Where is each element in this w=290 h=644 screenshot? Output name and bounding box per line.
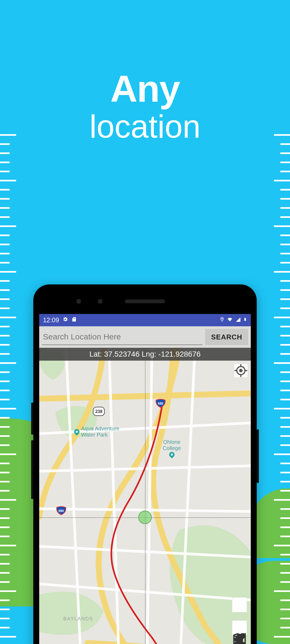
promo-title: Any location <box>0 67 290 145</box>
phone-side-button <box>31 402 33 435</box>
poi-label: Aqua Adventure Water Park <box>81 426 119 438</box>
phone-speaker <box>125 299 165 303</box>
svg-text:238: 238 <box>95 409 103 414</box>
phone-frame: 12:09 <box>33 284 257 644</box>
route-shield-238: 238 <box>93 407 105 416</box>
map-view[interactable]: Aqua Adventure Water Park Ohlone College… <box>39 348 251 644</box>
svg-point-3 <box>240 369 242 372</box>
search-input[interactable] <box>42 329 202 345</box>
interstate-shield-680: 680 <box>155 399 166 408</box>
title-line-1: Any <box>0 67 290 111</box>
crosshair-icon <box>234 364 248 378</box>
poi-ohlone-college[interactable]: Ohlone College <box>163 439 181 457</box>
district-label: BAYLANDS <box>63 616 93 622</box>
wrench-icon <box>232 597 247 644</box>
poi-label: Ohlone College <box>163 439 181 451</box>
crosshair-center <box>138 511 152 524</box>
svg-text:880: 880 <box>59 509 64 513</box>
location-pin-icon <box>220 316 224 324</box>
search-button[interactable]: SEARCH <box>205 329 248 345</box>
phone-side-button <box>31 440 33 499</box>
map-pin-icon <box>168 451 176 458</box>
map-pin-icon <box>73 428 81 436</box>
phone-screen: 12:09 <box>39 314 251 644</box>
coordinates-bar: Lat: 37.523746 Lng: -121.928676 <box>39 348 251 361</box>
battery-icon <box>243 316 247 324</box>
promo-background: Any location 12:09 <box>0 0 290 644</box>
poi-aqua-adventure[interactable]: Aqua Adventure Water Park <box>74 426 119 438</box>
gear-icon <box>62 316 68 324</box>
my-location-button[interactable] <box>234 363 248 378</box>
search-bar: SEARCH <box>39 326 251 348</box>
cellular-icon <box>235 316 241 324</box>
title-line-2: location <box>0 108 290 145</box>
wifi-icon <box>227 316 233 324</box>
status-bar: 12:09 <box>39 314 251 326</box>
interstate-shield-880: 880 <box>55 506 67 515</box>
phone-side-button <box>257 429 259 483</box>
phone-camera <box>98 299 103 304</box>
clock: 12:09 <box>43 316 59 324</box>
crosshair-vertical <box>145 348 146 644</box>
phone-camera <box>76 299 81 304</box>
sd-card-icon <box>71 316 77 324</box>
svg-text:680: 680 <box>158 402 163 405</box>
coordinates-text: Lat: 37.523746 Lng: -121.928676 <box>89 350 201 358</box>
svg-point-0 <box>222 318 223 319</box>
